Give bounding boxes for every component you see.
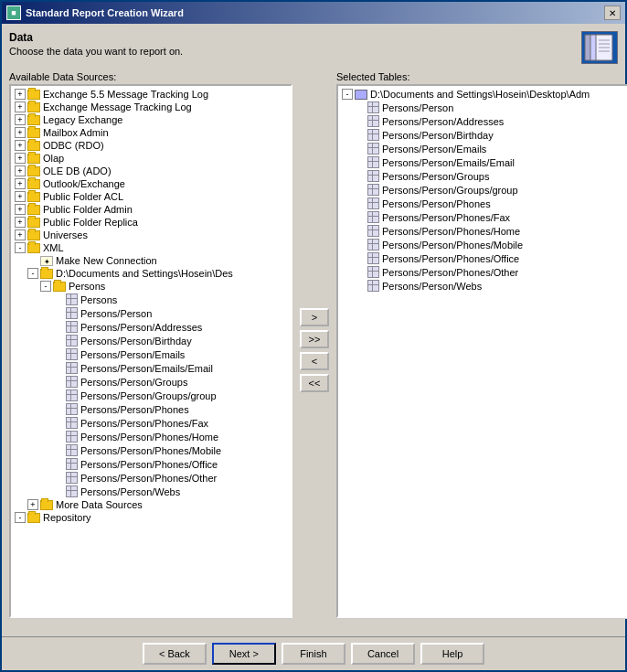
- expand-pfacl[interactable]: +: [15, 191, 26, 202]
- back-button[interactable]: < Back: [143, 643, 207, 665]
- remove-one-button[interactable]: <: [300, 352, 329, 370]
- close-button[interactable]: ✕: [604, 5, 621, 20]
- sel-webs-label: Persons/Person/Webs: [382, 281, 482, 292]
- expand-olap[interactable]: +: [15, 153, 26, 164]
- grid-sel-groups-group-icon: [367, 184, 379, 196]
- tree-item-pfreplica[interactable]: + Public Folder Replica: [13, 216, 289, 229]
- expand-outlook[interactable]: +: [15, 178, 26, 189]
- expand-pfadmin[interactable]: +: [15, 204, 26, 215]
- tree-item-mailbox[interactable]: + Mailbox Admin: [13, 126, 289, 139]
- tree-item-persons-groups-group[interactable]: Persons/Person/Groups/group: [13, 389, 289, 402]
- xml-label: XML: [43, 242, 64, 253]
- folder-odbc-icon: [27, 141, 40, 151]
- sel-addresses[interactable]: Persons/Person/Addresses: [340, 114, 627, 128]
- expand-legacy[interactable]: +: [15, 114, 26, 125]
- grid-persons-groups-icon: [66, 376, 78, 388]
- expand-oledb[interactable]: +: [15, 165, 26, 176]
- help-button[interactable]: Help: [420, 643, 484, 665]
- sel-phones-office[interactable]: Persons/Person/Phones/Office: [340, 251, 627, 265]
- right-panel: Selected Tables: - D:\Documents and Sett…: [336, 71, 627, 629]
- sel-phones[interactable]: Persons/Person/Phones: [340, 197, 627, 210]
- tree-item-persons-webs[interactable]: Persons/Person/Webs: [13, 485, 289, 498]
- expand-mailbox[interactable]: +: [15, 127, 26, 138]
- sel-tree-root[interactable]: - D:\Documents and Settings\Hosein\Deskt…: [340, 88, 627, 101]
- tree-item-exchange55[interactable]: + Exchange 5.5 Message Tracking Log: [13, 88, 289, 101]
- remove-all-button[interactable]: <<: [300, 374, 329, 392]
- cancel-button[interactable]: Cancel: [351, 643, 415, 665]
- tree-item-xml[interactable]: - XML: [13, 241, 289, 254]
- sel-emails-email-label: Persons/Person/Emails/Email: [382, 157, 515, 168]
- tree-item-desktop[interactable]: - D:\Documents and Settings\Hosein\Des: [13, 267, 289, 280]
- expand-odbc[interactable]: +: [15, 140, 26, 151]
- tree-item-repository[interactable]: - Repository: [13, 511, 289, 524]
- persons-root-label: Persons: [80, 294, 117, 305]
- sel-groups[interactable]: Persons/Person/Groups: [340, 169, 627, 183]
- tree-item-persons-phones-mobile[interactable]: Persons/Person/Phones/Mobile: [13, 443, 289, 457]
- expand-persons[interactable]: -: [40, 281, 51, 292]
- right-hscroll[interactable]: [336, 618, 627, 629]
- persons-emails-label: Persons/Person/Emails: [80, 349, 185, 360]
- tree-item-persons-phones-other[interactable]: Persons/Person/Phones/Other: [13, 471, 289, 485]
- persons-birthday-label: Persons/Person/Birthday: [80, 336, 192, 347]
- tree-item-persons-emails-email[interactable]: Persons/Person/Emails/Email: [13, 361, 289, 375]
- tree-item-pfacl[interactable]: + Public Folder ACL: [13, 190, 289, 203]
- expand-exchangeMsg[interactable]: +: [15, 101, 26, 112]
- tree-item-persons-phones-fax[interactable]: Persons/Person/Phones/Fax: [13, 416, 289, 430]
- left-hscroll[interactable]: [9, 618, 292, 629]
- tree-item-odbc[interactable]: + ODBC (RDO): [13, 139, 289, 152]
- add-one-button[interactable]: >: [300, 308, 329, 326]
- add-all-button[interactable]: >>: [300, 330, 329, 348]
- folder-legacy-icon: [27, 115, 40, 125]
- expand-moredata[interactable]: +: [27, 499, 38, 510]
- sel-emails-label: Persons/Person/Emails: [382, 144, 486, 155]
- expand-xml[interactable]: -: [15, 242, 26, 253]
- expand-exchange55[interactable]: +: [15, 89, 26, 100]
- tree-item-persons-phones-office[interactable]: Persons/Person/Phones/Office: [13, 457, 289, 471]
- tree-item-makeconn[interactable]: ✦ Make New Connection: [13, 254, 289, 267]
- sel-emails-email[interactable]: Persons/Person/Emails/Email: [340, 155, 627, 169]
- sel-phones-other-label: Persons/Person/Phones/Other: [382, 267, 518, 278]
- expand-repository[interactable]: -: [15, 512, 26, 523]
- tree-item-legacy[interactable]: + Legacy Exchange: [13, 113, 289, 126]
- expand-desktop[interactable]: -: [27, 268, 38, 279]
- wizard-icon: [581, 31, 618, 64]
- tree-item-outlook[interactable]: + Outlook/Exchange: [13, 177, 289, 190]
- sel-phones-other[interactable]: Persons/Person/Phones/Other: [340, 265, 627, 279]
- tree-item-pfadmin[interactable]: + Public Folder Admin: [13, 203, 289, 216]
- tree-item-persons-addresses[interactable]: Persons/Person/Addresses: [13, 320, 289, 334]
- available-sources-tree[interactable]: + Exchange 5.5 Message Tracking Log + Ex…: [9, 84, 292, 618]
- tree-item-persons-folder[interactable]: - Persons: [13, 280, 289, 293]
- sel-emails[interactable]: Persons/Person/Emails: [340, 142, 627, 155]
- tree-item-persons-birthday[interactable]: Persons/Person/Birthday: [13, 334, 289, 347]
- sel-phones-office-label: Persons/Person/Phones/Office: [382, 253, 519, 264]
- sel-birthday[interactable]: Persons/Person/Birthday: [340, 128, 627, 142]
- sel-person[interactable]: Persons/Person: [340, 101, 627, 114]
- tree-item-olap[interactable]: + Olap: [13, 152, 289, 165]
- selected-tables-tree[interactable]: - D:\Documents and Settings\Hosein\Deskt…: [336, 84, 627, 618]
- main-window: ■ Standard Report Creation Wizard ✕ Data…: [0, 0, 627, 672]
- tree-item-exchangeMsg[interactable]: + Exchange Message Tracking Log: [13, 101, 289, 113]
- expand-pfreplica[interactable]: +: [15, 217, 26, 228]
- sel-phones-home[interactable]: Persons/Person/Phones/Home: [340, 224, 627, 238]
- tree-item-universes[interactable]: + Universes: [13, 229, 289, 241]
- tree-item-persons-root[interactable]: Persons: [13, 293, 289, 306]
- expand-sel-root[interactable]: -: [342, 89, 353, 100]
- sel-phones-fax[interactable]: Persons/Person/Phones/Fax: [340, 210, 627, 224]
- tree-item-persons-person[interactable]: Persons/Person: [13, 306, 289, 320]
- grid-persons-addresses-icon: [66, 321, 78, 333]
- tree-item-persons-phones[interactable]: Persons/Person/Phones: [13, 402, 289, 416]
- sel-webs[interactable]: Persons/Person/Webs: [340, 279, 627, 293]
- expand-universes[interactable]: +: [15, 229, 26, 240]
- tree-item-persons-emails[interactable]: Persons/Person/Emails: [13, 347, 289, 361]
- tree-item-oledb[interactable]: + OLE DB (ADO): [13, 165, 289, 177]
- folder-moredata-icon: [40, 500, 53, 510]
- tree-item-persons-phones-home[interactable]: Persons/Person/Phones/Home: [13, 430, 289, 443]
- tree-item-moredata[interactable]: + More Data Sources: [13, 498, 289, 511]
- finish-button[interactable]: Finish: [282, 643, 345, 665]
- sel-groups-group[interactable]: Persons/Person/Groups/group: [340, 183, 627, 197]
- sel-groups-label: Persons/Person/Groups: [382, 171, 489, 182]
- next-button[interactable]: Next >: [212, 643, 276, 665]
- tree-item-persons-groups[interactable]: Persons/Person/Groups: [13, 375, 289, 389]
- selected-tables-label: Selected Tables:: [336, 71, 627, 82]
- sel-phones-mobile[interactable]: Persons/Person/Phones/Mobile: [340, 238, 627, 251]
